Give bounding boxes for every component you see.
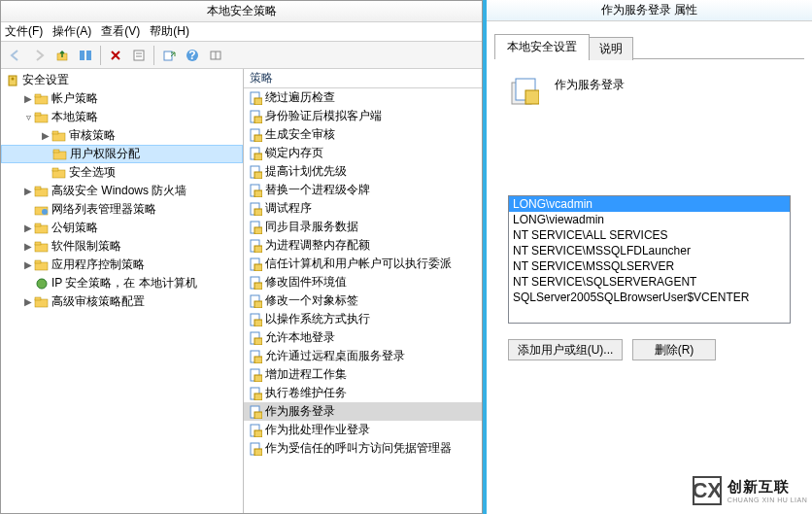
- svg-rect-57: [254, 283, 262, 290]
- tree-item-label: 网络列表管理器策略: [51, 201, 156, 218]
- expander-icon[interactable]: ▶: [22, 259, 34, 270]
- tree-item[interactable]: ▶帐户策略: [1, 89, 243, 108]
- policy-icon: [248, 221, 263, 234]
- policy-column-label: 策略: [250, 70, 273, 86]
- svg-rect-18: [52, 131, 58, 134]
- tab-local-security[interactable]: 本地安全设置: [494, 34, 590, 59]
- tree-item[interactable]: 网络列表管理器策略: [1, 200, 243, 219]
- expander-icon[interactable]: ▶: [40, 130, 51, 141]
- toolbar-delete-button[interactable]: [105, 45, 126, 66]
- policy-list-item[interactable]: 同步目录服务数据: [244, 218, 482, 236]
- user-list[interactable]: LONG\vcadminLONG\viewadminNT SERVICE\ALL…: [508, 195, 791, 324]
- user-list-item[interactable]: NT SERVICE\MSSQLFDLauncher: [509, 243, 790, 258]
- tree-item[interactable]: ▶公钥策略: [1, 219, 243, 237]
- user-list-item[interactable]: NT SERVICE\ALL SERVICES: [509, 227, 790, 243]
- policy-list-item[interactable]: 生成安全审核: [244, 125, 482, 144]
- policy-list-item[interactable]: 提高计划优先级: [244, 162, 482, 181]
- policy-label: 身份验证后模拟客户端: [265, 108, 382, 124]
- tree-item[interactable]: ▶高级安全 Windows 防火墙: [1, 182, 243, 200]
- policy-name-label: 作为服务登录: [555, 77, 625, 93]
- menu-action[interactable]: 操作(A): [52, 23, 91, 40]
- policy-icon: [248, 387, 263, 400]
- menu-view[interactable]: 查看(V): [101, 23, 140, 40]
- policy-label: 信任计算机和用户帐户可以执行委派: [265, 256, 452, 272]
- svg-rect-61: [254, 320, 262, 326]
- expander-icon[interactable]: ▶: [22, 186, 34, 196]
- properties-dialog: 作为服务登录 属性 本地安全设置 说明 作为服务登录 LONG\vcadminL…: [483, 0, 812, 514]
- toolbar: ?: [1, 42, 482, 69]
- menu-file[interactable]: 文件(F): [5, 23, 43, 40]
- toolbar-properties-button[interactable]: [128, 45, 150, 66]
- expander-icon[interactable]: ▶: [22, 93, 34, 104]
- policy-label: 允许通过远程桌面服务登录: [265, 348, 405, 364]
- tree-item[interactable]: ▶高级审核策略配置: [1, 292, 243, 311]
- tree-root[interactable]: 安全设置: [1, 71, 243, 89]
- user-list-item[interactable]: LONG\vcadmin: [509, 196, 790, 212]
- policy-list-item[interactable]: 作为服务登录: [244, 402, 482, 421]
- tab-strip: 本地安全设置 说明: [487, 33, 812, 58]
- policy-label: 同步目录服务数据: [265, 219, 358, 235]
- policy-list-item[interactable]: 执行卷维护任务: [244, 384, 482, 402]
- policy-list-panel[interactable]: 策略 绕过遍历检查身份验证后模拟客户端生成安全审核锁定内存页提高计划优先级替换一…: [244, 69, 482, 513]
- policy-list-item[interactable]: 替换一个进程级令牌: [244, 181, 482, 199]
- button-row: 添加用户或组(U)... 删除(R): [508, 339, 791, 360]
- policy-header: 作为服务登录: [508, 77, 791, 108]
- tree-item[interactable]: ▶应用程序控制策略: [1, 256, 243, 274]
- tree-item[interactable]: 用户权限分配: [1, 145, 243, 163]
- policy-list-item[interactable]: 以操作系统方式执行: [244, 310, 482, 328]
- menu-help[interactable]: 帮助(H): [150, 23, 189, 40]
- policy-label: 替换一个进程级令牌: [265, 182, 370, 198]
- toolbar-forward-button[interactable]: [28, 45, 50, 66]
- policy-label: 修改固件环境值: [265, 274, 347, 291]
- toolbar-up-button[interactable]: [51, 45, 73, 66]
- policy-list-item[interactable]: 作为批处理作业登录: [244, 421, 482, 439]
- tree-item[interactable]: 安全选项: [1, 163, 243, 182]
- policy-list-item[interactable]: 信任计算机和用户帐户可以执行委派: [244, 255, 482, 273]
- expander-icon[interactable]: ▶: [22, 223, 34, 233]
- user-list-item[interactable]: LONG\viewadmin: [509, 212, 790, 227]
- expander-icon[interactable]: ▶: [22, 241, 34, 252]
- tab-body: 作为服务登录 LONG\vcadminLONG\viewadminNT SERV…: [494, 58, 804, 514]
- svg-rect-39: [254, 117, 262, 123]
- policy-list-item[interactable]: 修改固件环境值: [244, 273, 482, 291]
- toolbar-export-button[interactable]: [158, 45, 180, 66]
- tree-item[interactable]: ▶软件限制策略: [1, 237, 243, 256]
- add-user-button[interactable]: 添加用户或组(U)...: [508, 339, 623, 360]
- svg-rect-41: [254, 135, 262, 142]
- tree-item[interactable]: ▿本地策略: [1, 108, 243, 126]
- expander-icon[interactable]: ▶: [22, 296, 34, 307]
- policy-icon: [248, 147, 263, 160]
- policy-list-header[interactable]: 策略: [244, 69, 482, 88]
- user-list-item[interactable]: NT SERVICE\SQLSERVERAGENT: [509, 274, 790, 290]
- svg-rect-16: [35, 113, 41, 116]
- policy-list-item[interactable]: 允许本地登录: [244, 328, 482, 347]
- policy-list-item[interactable]: 为进程调整内存配额: [244, 236, 482, 255]
- policy-list-item[interactable]: 允许通过远程桌面服务登录: [244, 347, 482, 365]
- toolbar-list-button[interactable]: [205, 45, 226, 66]
- policy-list-item[interactable]: 作为受信任的呼叫方访问凭据管理器: [244, 439, 482, 458]
- remove-user-button[interactable]: 删除(R): [632, 339, 716, 360]
- policy-list-item[interactable]: 锁定内存页: [244, 144, 482, 162]
- expander-icon[interactable]: ▿: [22, 112, 34, 122]
- policy-list-item[interactable]: 绕过遍历检查: [244, 88, 482, 107]
- tree-item[interactable]: ▶审核策略: [1, 126, 243, 145]
- toolbar-help-button[interactable]: ?: [182, 45, 203, 66]
- policy-list-item[interactable]: 修改一个对象标签: [244, 291, 482, 310]
- toolbar-back-button[interactable]: [5, 45, 26, 66]
- policy-list-item[interactable]: 调试程序: [244, 199, 482, 218]
- folder-icon: [34, 221, 50, 236]
- tree-item-label: IP 安全策略，在 本地计算机: [51, 275, 197, 291]
- svg-rect-37: [254, 98, 262, 105]
- policy-label: 绕过遍历检查: [265, 89, 335, 106]
- toolbar-showhide-button[interactable]: [75, 45, 96, 66]
- tree-item[interactable]: IP 安全策略，在 本地计算机: [1, 274, 243, 292]
- svg-rect-24: [35, 187, 41, 189]
- svg-rect-3: [134, 51, 144, 60]
- policy-list-item[interactable]: 身份验证后模拟客户端: [244, 107, 482, 125]
- tree-panel[interactable]: 安全设置 ▶帐户策略▿本地策略▶审核策略用户权限分配安全选项▶高级安全 Wind…: [1, 69, 244, 513]
- tab-explain[interactable]: 说明: [589, 37, 633, 60]
- policy-list-item[interactable]: 增加进程工作集: [244, 365, 482, 384]
- svg-rect-65: [254, 357, 262, 363]
- user-list-item[interactable]: NT SERVICE\MSSQLSERVER: [509, 258, 790, 274]
- user-list-item[interactable]: SQLServer2005SQLBrowserUser$VCENTER: [509, 290, 790, 305]
